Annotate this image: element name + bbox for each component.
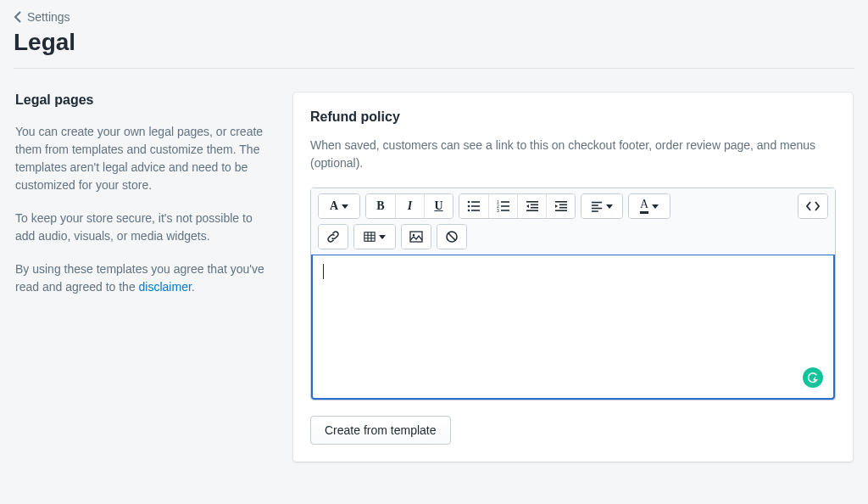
caret-down-icon xyxy=(342,204,348,209)
sidebar-paragraph-1: You can create your own legal pages, or … xyxy=(15,123,266,194)
svg-line-32 xyxy=(448,233,455,240)
svg-rect-23 xyxy=(592,210,598,212)
caret-down-icon xyxy=(606,204,613,209)
text-color-icon: A xyxy=(640,199,648,214)
svg-rect-21 xyxy=(592,204,598,206)
sidebar-paragraph-3: By using these templates you agree that … xyxy=(15,260,266,296)
card-description: When saved, customers can see a link to … xyxy=(310,137,836,172)
editor-toolbar: A B I U xyxy=(311,188,835,255)
bold-button[interactable]: B xyxy=(366,194,395,218)
image-button[interactable] xyxy=(402,225,431,249)
breadcrumb-label: Settings xyxy=(27,10,70,24)
caret-down-icon xyxy=(379,235,386,239)
svg-rect-16 xyxy=(555,201,567,203)
svg-rect-24 xyxy=(364,232,375,242)
svg-rect-14 xyxy=(531,207,538,209)
svg-rect-15 xyxy=(526,210,538,211)
italic-icon: I xyxy=(408,199,412,213)
text-cursor xyxy=(323,264,324,279)
outdent-icon xyxy=(526,199,539,213)
svg-rect-1 xyxy=(471,201,480,203)
svg-rect-9 xyxy=(501,205,509,207)
html-view-button[interactable] xyxy=(798,194,827,218)
svg-point-30 xyxy=(413,234,415,237)
svg-rect-3 xyxy=(471,205,480,207)
svg-rect-20 xyxy=(592,202,602,204)
breadcrumb-back[interactable]: Settings xyxy=(14,10,854,24)
heading-style-dropdown[interactable]: A xyxy=(319,194,359,218)
bullet-list-button[interactable] xyxy=(459,194,488,218)
indent-icon xyxy=(554,199,568,213)
align-left-icon xyxy=(591,199,603,213)
svg-rect-18 xyxy=(559,207,567,209)
underline-button[interactable]: U xyxy=(424,194,453,218)
code-icon xyxy=(806,199,820,213)
align-dropdown[interactable] xyxy=(581,194,622,218)
svg-point-2 xyxy=(468,205,470,208)
svg-text:3: 3 xyxy=(497,208,499,213)
grammarly-badge-icon[interactable] xyxy=(803,367,823,388)
image-icon xyxy=(409,230,423,244)
heading-letter-icon: A xyxy=(330,199,338,213)
clear-formatting-button[interactable] xyxy=(437,225,466,249)
bullet-list-icon xyxy=(467,199,481,213)
link-icon xyxy=(326,230,340,244)
divider xyxy=(14,68,854,69)
italic-button[interactable]: I xyxy=(395,194,424,218)
card-title: Refund policy xyxy=(310,109,836,125)
outdent-button[interactable] xyxy=(517,194,546,218)
ordered-list-icon: 123 xyxy=(497,199,510,213)
svg-rect-7 xyxy=(501,201,509,203)
link-button[interactable] xyxy=(319,225,348,249)
editor-textarea[interactable] xyxy=(311,255,835,400)
no-entry-icon xyxy=(445,230,459,244)
text-color-dropdown[interactable]: A xyxy=(629,194,670,218)
svg-rect-17 xyxy=(559,204,567,206)
indent-button[interactable] xyxy=(546,194,575,218)
disclaimer-link[interactable]: disclaimer xyxy=(139,280,192,294)
sidebar-heading: Legal pages xyxy=(15,92,266,108)
create-from-template-button[interactable]: Create from template xyxy=(310,416,451,445)
rich-text-editor: A B I U xyxy=(310,188,836,400)
svg-rect-22 xyxy=(592,208,602,210)
svg-rect-12 xyxy=(526,201,538,203)
underline-icon: U xyxy=(434,199,442,213)
ordered-list-button[interactable]: 123 xyxy=(488,194,517,218)
svg-point-0 xyxy=(468,201,470,204)
sidebar: Legal pages You can create your own lega… xyxy=(15,92,266,462)
chevron-left-icon xyxy=(14,11,22,23)
svg-rect-29 xyxy=(410,232,422,242)
bold-icon: B xyxy=(376,199,384,213)
svg-point-4 xyxy=(468,210,470,212)
table-icon xyxy=(364,230,376,244)
refund-policy-card: Refund policy When saved, customers can … xyxy=(293,92,853,462)
svg-rect-19 xyxy=(555,210,567,211)
caret-down-icon xyxy=(652,204,659,209)
svg-rect-5 xyxy=(471,210,480,211)
page-title: Legal xyxy=(14,29,854,56)
table-dropdown[interactable] xyxy=(354,225,395,249)
svg-rect-11 xyxy=(501,210,509,211)
sidebar-paragraph-2: To keep your store secure, it's not poss… xyxy=(15,210,266,245)
svg-rect-13 xyxy=(531,204,538,206)
